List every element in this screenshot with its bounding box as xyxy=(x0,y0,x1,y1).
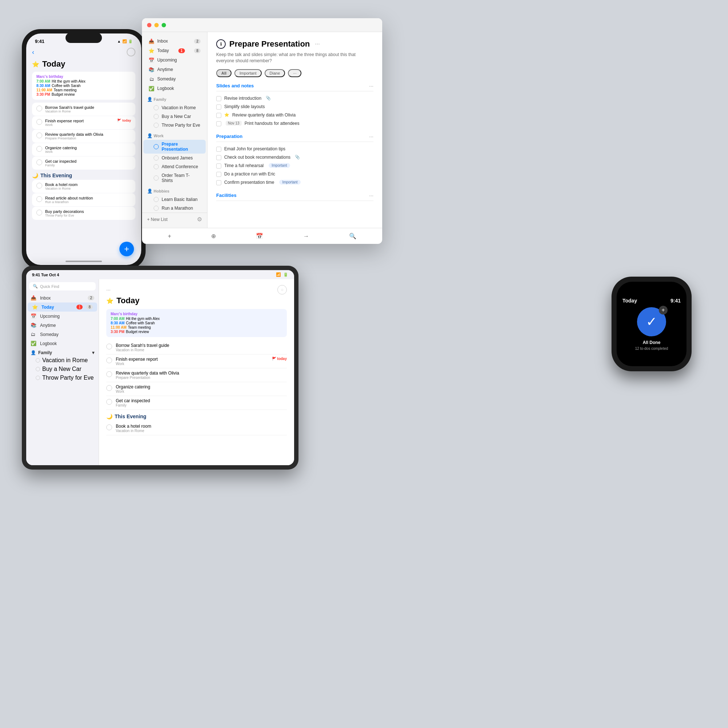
ipad-sidebar-party[interactable]: Throw Party for Eve xyxy=(26,373,99,382)
project-icon xyxy=(154,206,159,211)
ipad-more-button[interactable]: ··· xyxy=(106,287,111,293)
sidebar-item-marathon[interactable]: Run a Marathon xyxy=(144,204,206,213)
checklist-item[interactable]: Check out book recommendations 📎 xyxy=(216,153,373,162)
ipad-sidebar-anytime[interactable]: 📚 Anytime xyxy=(26,321,99,330)
section-more-button[interactable]: ··· xyxy=(369,193,373,198)
task-item[interactable]: Borrow Sarah's travel guide Vacation in … xyxy=(32,102,135,116)
cal-time-1: 7:00 AM xyxy=(37,80,50,83)
task-checkbox[interactable] xyxy=(37,133,42,138)
task-checkbox[interactable] xyxy=(37,146,42,152)
sidebar-item-inbox[interactable]: 📥 Inbox 2 xyxy=(144,37,206,46)
ipad-task-item[interactable]: Finish expense report Work 🚩 today xyxy=(106,355,287,369)
check-box[interactable] xyxy=(216,96,221,101)
checklist-item[interactable]: Time a full rehearsal Important xyxy=(216,162,373,170)
ipad-checkbox[interactable] xyxy=(106,399,112,405)
task-checkbox[interactable] xyxy=(37,210,42,216)
ipad-sidebar-upcoming[interactable]: 📅 Upcoming xyxy=(26,312,99,321)
task-item[interactable]: Read article about nutrition Run a Marat… xyxy=(32,193,135,206)
sidebar-item-logbook[interactable]: ✅ Logbook xyxy=(144,84,206,93)
sidebar-item-upcoming[interactable]: 📅 Upcoming xyxy=(144,55,206,65)
task-checkbox[interactable] xyxy=(37,106,42,112)
checklist-item[interactable]: Do a practice run with Eric xyxy=(216,170,373,178)
sidebar-item-onboard-james[interactable]: Onboard James xyxy=(144,154,206,162)
sidebar-item-prepare-presentation[interactable]: Prepare Presentation xyxy=(144,140,206,154)
watch-add-button[interactable]: + xyxy=(659,306,668,315)
filter-all[interactable]: All xyxy=(216,69,231,77)
ipad-checkbox[interactable] xyxy=(106,385,112,391)
fab-button[interactable]: + xyxy=(119,242,134,256)
check-box[interactable] xyxy=(216,113,221,118)
filter-more[interactable]: ··· xyxy=(288,69,301,77)
settings-icon[interactable]: ⚙ xyxy=(197,216,202,223)
sidebar-item-new-car[interactable]: Buy a New Car xyxy=(144,112,206,121)
sidebar-item-italian[interactable]: Learn Basic Italian xyxy=(144,195,206,204)
minimize-button[interactable] xyxy=(154,23,159,27)
ipad-checkbox[interactable] xyxy=(106,371,112,377)
ipad-task-content: Book a hotel room Vacation in Rome xyxy=(116,424,151,433)
sidebar-item-order-tshirts[interactable]: Order Team T-Shirts xyxy=(144,171,206,185)
checklist-item[interactable]: Nov 13 Print handouts for attendees xyxy=(216,119,373,128)
maximize-button[interactable] xyxy=(162,23,166,27)
sidebar-item-party[interactable]: Throw Party for Eve xyxy=(144,121,206,130)
task-item[interactable]: Organize catering Work xyxy=(32,143,135,156)
check-box[interactable] xyxy=(216,164,221,168)
checklist-item[interactable]: ⭐ Review quarterly data with Olivia xyxy=(216,111,373,119)
new-list-button[interactable]: + New List xyxy=(147,217,167,222)
ipad-sidebar-vacation[interactable]: Vacation in Rome xyxy=(26,356,99,365)
task-item[interactable]: Book a hotel room Vacation in Rome xyxy=(32,180,135,193)
sidebar-item-attend-conf[interactable]: Attend Conference xyxy=(144,162,206,171)
task-checkbox[interactable] xyxy=(37,159,42,165)
ipad-task-item[interactable]: Review quarterly data with Olivia Prepar… xyxy=(106,369,287,382)
ipad-checkbox[interactable] xyxy=(106,344,112,349)
task-checkbox[interactable] xyxy=(37,183,42,188)
ipad-sidebar-someday[interactable]: 🗂 Someday xyxy=(26,330,99,339)
task-checkbox[interactable] xyxy=(37,196,42,202)
toolbar-search-button[interactable]: 🔍 xyxy=(346,231,359,241)
back-button[interactable]: ‹ xyxy=(32,48,34,56)
toolbar-calendar-button[interactable]: 📅 xyxy=(253,231,266,241)
task-item[interactable]: Review quarterly data with Olivia Prepar… xyxy=(32,130,135,143)
filter-diane[interactable]: Diane xyxy=(265,69,285,77)
ipad-task-item[interactable]: Borrow Sarah's travel guide Vacation in … xyxy=(106,341,287,355)
toolbar-add-button[interactable]: + xyxy=(165,231,174,241)
check-box[interactable] xyxy=(216,172,221,177)
task-checkbox[interactable] xyxy=(37,119,42,125)
section-more-button[interactable]: ··· xyxy=(369,134,373,139)
check-box[interactable] xyxy=(216,104,221,110)
checklist-item[interactable]: Revise introduction 📎 xyxy=(216,94,373,102)
check-button[interactable] xyxy=(127,48,135,57)
check-box[interactable] xyxy=(216,155,221,160)
toolbar-add-heading-button[interactable]: ⊕ xyxy=(208,231,219,241)
ipad-task-item[interactable]: Book a hotel room Vacation in Rome xyxy=(106,422,287,435)
close-button[interactable] xyxy=(147,23,151,27)
ipad-checkbox[interactable] xyxy=(106,358,112,363)
check-box[interactable] xyxy=(216,180,221,185)
ipad-sidebar-logbook[interactable]: ✅ Logbook xyxy=(26,339,99,348)
ipad-sidebar-group-family[interactable]: 👤 Family ▾ xyxy=(26,348,99,356)
toolbar-arrow-button[interactable]: → xyxy=(300,231,312,241)
sidebar-item-anytime[interactable]: 📚 Anytime xyxy=(144,65,206,74)
ipad-task-item[interactable]: Get car inspected Family xyxy=(106,396,287,410)
sidebar-item-vacation[interactable]: Vacation in Rome xyxy=(144,103,206,112)
section-title: Preparation xyxy=(216,134,242,139)
sidebar-item-today[interactable]: ⭐ Today 1 8 xyxy=(144,46,206,55)
ipad-search-bar[interactable]: 🔍 Quick Find xyxy=(29,282,96,291)
task-item[interactable]: Finish expense report Work 🚩 today xyxy=(32,116,135,129)
sidebar-item-someday[interactable]: 🗂 Someday xyxy=(144,74,206,84)
filter-important[interactable]: Important xyxy=(234,69,262,77)
section-more-button[interactable]: ··· xyxy=(369,83,373,89)
checklist-item[interactable]: Simplify slide layouts xyxy=(216,102,373,111)
ipad-sidebar-today[interactable]: ⭐ Today 1 8 xyxy=(28,303,97,312)
ipad-sidebar-inbox[interactable]: 📥 Inbox 2 xyxy=(26,294,99,303)
ipad-check-button[interactable]: ○ xyxy=(277,285,287,294)
task-more-button[interactable]: ··· xyxy=(315,41,320,47)
check-box[interactable] xyxy=(216,147,221,152)
task-item[interactable]: Get car inspected Family xyxy=(32,156,135,170)
ipad-sidebar-new-car[interactable]: Buy a New Car xyxy=(26,365,99,373)
task-item[interactable]: Buy party decorations Throw Party for Ev… xyxy=(32,207,135,220)
checklist-item[interactable]: Email John for presentation tips xyxy=(216,145,373,153)
checklist-item[interactable]: Confirm presentation time Important xyxy=(216,178,373,187)
ipad-checkbox[interactable] xyxy=(106,424,112,430)
check-box[interactable] xyxy=(216,121,221,126)
ipad-task-item[interactable]: Organize catering Work xyxy=(106,382,287,396)
